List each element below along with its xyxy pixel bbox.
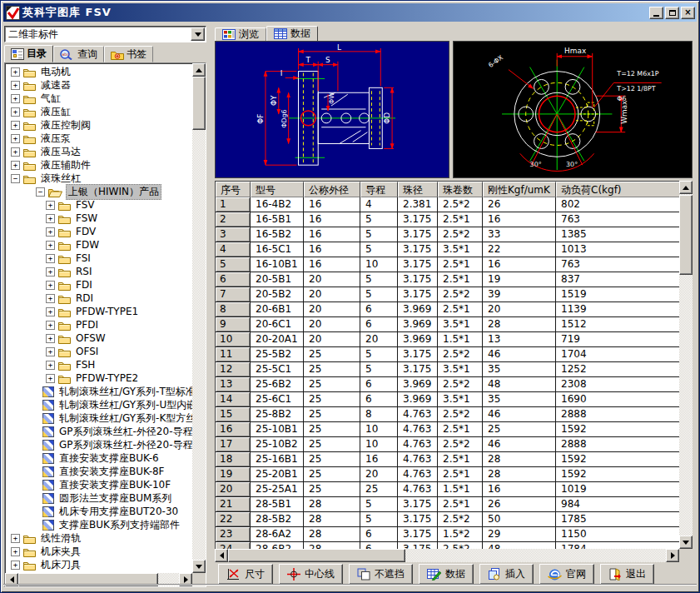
tree-item[interactable]: +RSI <box>6 265 193 278</box>
table-row[interactable]: 620-5B12053.1752.5*119837 <box>216 272 679 287</box>
tree-item[interactable]: +FSH <box>6 358 193 371</box>
close-button[interactable]: × <box>681 7 695 19</box>
tree-item[interactable]: 轧制滚珠丝杠/GY系列-U型内嵌 <box>6 398 193 411</box>
table-row[interactable]: 1525-8B22584.7632.5*2462888 <box>216 407 679 422</box>
centerline-button[interactable]: 中心线 <box>279 564 343 585</box>
table-row[interactable]: 216-5B11653.1752.5*116763 <box>216 212 679 227</box>
tree-item[interactable]: 支撑座BUK系列支持端部件 <box>6 518 193 531</box>
table-row[interactable]: 1125-5B22553.1752.5*2461704 <box>216 347 679 362</box>
table-row[interactable]: 2428-6B22863.1752.5*2481784 <box>216 542 679 549</box>
tree-expand-toggle[interactable]: + <box>46 241 55 250</box>
tree-item[interactable]: +液压马达 <box>6 145 193 158</box>
tree-expand-toggle[interactable]: + <box>46 361 55 370</box>
tree-expand-toggle[interactable]: + <box>46 321 55 330</box>
table-row[interactable]: 1020-20A120203.9691.5*113719 <box>216 332 679 347</box>
grid-scroll-left-button[interactable] <box>215 549 228 562</box>
tree-expand-toggle[interactable]: + <box>11 81 20 90</box>
table-row[interactable]: 1625-10B125104.7632.5*1251592 <box>216 422 679 437</box>
tree-item[interactable]: +液压辅助件 <box>6 158 193 172</box>
dimension-button[interactable]: 尺寸 <box>218 564 273 585</box>
insert-button[interactable]: 插入 <box>479 564 534 585</box>
tree-item[interactable]: −上银（HIWIN）产品 <box>6 185 193 198</box>
tree-item[interactable]: +机床刀具 <box>6 558 193 571</box>
tree-item[interactable]: +电动机 <box>6 65 193 78</box>
tab-catalog[interactable]: 目录 <box>4 45 53 62</box>
table-row[interactable]: 1725-10B225104.7632.5*2462888 <box>216 437 679 452</box>
tree-item[interactable]: 轧制滚珠丝杠/GY系列-T型标准 <box>6 385 193 398</box>
table-row[interactable]: 920-6C12063.9693.5*1281512 <box>216 317 679 332</box>
tree-vscrollbar[interactable] <box>192 63 206 573</box>
column-header[interactable]: 型号 <box>251 182 304 197</box>
tree-item[interactable]: +FSI <box>6 252 193 265</box>
column-header[interactable]: 序号 <box>216 182 251 197</box>
tree-item[interactable]: +丝锥 <box>6 571 193 572</box>
tree-item[interactable]: +液压泵 <box>6 132 193 145</box>
table-row[interactable]: 316-5B21653.1752.5*2331385 <box>216 227 679 242</box>
tree-item[interactable]: +减速器 <box>6 78 193 92</box>
tree-expand-toggle[interactable]: + <box>11 121 20 130</box>
grid-scroll-down-button[interactable] <box>679 536 693 549</box>
tree-expand-toggle[interactable]: + <box>46 374 55 383</box>
tree-expand-toggle[interactable]: + <box>46 254 55 263</box>
table-row[interactable]: 1925-20B125204.7632.5*1281592 <box>216 467 679 482</box>
tree-item[interactable]: +FSV <box>6 198 193 212</box>
table-row[interactable]: 416-5C11653.1753.5*1221013 <box>216 242 679 257</box>
tree-expand-toggle[interactable]: + <box>46 347 55 356</box>
tree-expand-toggle[interactable]: + <box>46 307 55 316</box>
tree-item[interactable]: GP系列滚珠丝杠-外径20-导程4 <box>6 425 193 438</box>
tab-query[interactable]: abc查询 <box>53 46 104 62</box>
table-row[interactable]: 720-5B22053.1752.5*2391519 <box>216 287 679 302</box>
column-header[interactable]: 公称外径 <box>304 182 360 197</box>
tab-browse[interactable]: 浏览 <box>215 27 266 42</box>
table-row[interactable]: 2328-6A22863.1751.5*2291150 <box>216 527 679 542</box>
tab-data[interactable]: 数据 <box>266 26 318 42</box>
table-row[interactable]: 1825-16B125164.7632.5*1281592 <box>216 452 679 467</box>
tree-item[interactable]: 机床专用支撑座BUT20-30 <box>6 505 193 518</box>
tree-item[interactable]: +液压缸 <box>6 105 193 118</box>
tree-item[interactable]: +RDI <box>6 292 193 305</box>
category-combobox[interactable]: 二维非标件 <box>4 26 206 42</box>
tree-item[interactable]: 直接安装支撑座BUK-8F <box>6 465 193 478</box>
table-row[interactable]: 820-6B12063.9692.5*1201139 <box>216 302 679 317</box>
exit-button[interactable]: 退出 <box>600 564 654 585</box>
maximize-button[interactable] <box>665 7 679 19</box>
tree-vscroll-thumb[interactable] <box>192 77 206 130</box>
preview-side-view[interactable]: L T S I ΦY ΦW ΦF ΦDg6 ΦD <box>215 41 449 178</box>
tree-item[interactable]: +PFDW-TYPE2 <box>6 371 193 385</box>
tree-item[interactable]: +FSW <box>6 212 193 225</box>
tree-expand-toggle[interactable]: + <box>11 534 20 543</box>
column-header[interactable]: 珠径 <box>398 182 438 197</box>
tree-item[interactable]: +PFDW-TYPE1 <box>6 305 193 318</box>
column-header[interactable]: 导程 <box>360 182 398 197</box>
grid-scroll-up-button[interactable] <box>679 181 693 194</box>
tree-item[interactable]: +OFSW <box>6 331 193 345</box>
preview-front-view[interactable]: Hmax Wmax 30° 30° 6-ΦX T=12 M6x1P T>12 1… <box>453 41 693 178</box>
grid-vscroll-thumb[interactable] <box>679 195 693 275</box>
tree-expand-toggle[interactable]: + <box>46 294 55 303</box>
column-header[interactable]: 动负荷C(kgf) <box>556 182 679 197</box>
table-row[interactable]: 2128-5B12853.1752.5*126984 <box>216 497 679 512</box>
tree-expand-toggle[interactable]: + <box>46 267 55 277</box>
tree-scroll-up-button[interactable] <box>192 63 206 77</box>
tree-item[interactable]: 圆形法兰支撑座BUM系列 <box>6 491 193 505</box>
grid-hscroll-thumb[interactable] <box>228 549 405 562</box>
table-row[interactable]: 516-10B116103.1752.5*116763 <box>216 257 679 272</box>
tree-item[interactable]: +PFDI <box>6 318 193 331</box>
minimize-button[interactable] <box>649 7 663 19</box>
column-header[interactable]: 珠卷数 <box>438 182 483 197</box>
tree-expand-toggle[interactable]: + <box>46 281 55 290</box>
table-row[interactable]: 1225-5C12553.1753.5*1351252 <box>216 362 679 377</box>
tree-item[interactable]: 直接安装支撑座BUK-10F <box>6 478 193 491</box>
table-row[interactable]: 1325-6B22563.9692.5*2482308 <box>216 377 679 392</box>
tree-expand-toggle[interactable]: + <box>46 214 55 223</box>
tree-item[interactable]: 轧制滚珠丝杠/GY系列-K型方丝 <box>6 411 193 425</box>
tree-expand-toggle[interactable]: + <box>11 94 20 103</box>
column-header[interactable]: 刚性Kgf/umK <box>483 182 556 197</box>
tree-expand-toggle[interactable]: + <box>11 561 20 570</box>
table-row[interactable]: 2025-25A125254.7631.5*1161019 <box>216 482 679 497</box>
no-occlude-button[interactable]: 不遮挡 <box>349 564 413 585</box>
table-row[interactable]: 116-4B21642.3812.5*226802 <box>216 197 679 212</box>
tree-expand-toggle[interactable]: + <box>46 201 55 210</box>
tree-item[interactable]: GP系列滚珠丝杠-外径20-导程5 <box>6 438 193 451</box>
tree-item[interactable]: 直接安装支撑座BUK-6 <box>6 451 193 465</box>
